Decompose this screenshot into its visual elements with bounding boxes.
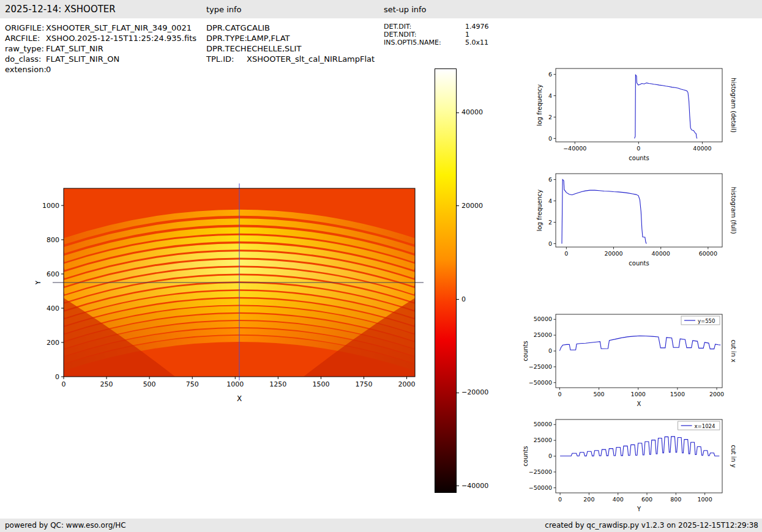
- svg-text:−25000: −25000: [529, 363, 552, 370]
- svg-text:400: 400: [47, 305, 59, 312]
- svg-text:1000: 1000: [226, 380, 244, 388]
- svg-text:20000: 20000: [604, 250, 622, 257]
- svg-text:4: 4: [548, 92, 552, 99]
- type-info-block: DPR.CATG:CALIB DPR.TYPE:LAMP,FLAT DPR.TE…: [206, 23, 375, 64]
- svg-text:50000: 50000: [534, 421, 552, 427]
- svg-text:600: 600: [47, 270, 59, 278]
- svg-text:0: 0: [558, 496, 562, 503]
- file-info-block: ORIGFILE:XSHOOTER_SLT_FLAT_NIR_349_0021 …: [5, 23, 196, 75]
- info-row: ORIGFILE:XSHOOTER_SLT_FLAT_NIR_349_0021: [5, 23, 196, 33]
- cut-in-x-chart: 0500100015002000−50000−2500002500050000X…: [520, 309, 753, 412]
- svg-text:800: 800: [47, 236, 59, 244]
- svg-text:Y: Y: [637, 506, 641, 512]
- colorbar-tick-label: 40000: [461, 108, 483, 117]
- svg-text:counts: counts: [629, 260, 649, 267]
- svg-text:2000: 2000: [398, 380, 416, 388]
- svg-text:0: 0: [637, 145, 640, 152]
- svg-text:X: X: [637, 401, 641, 407]
- svg-text:y=550: y=550: [698, 318, 715, 324]
- svg-text:cut in y: cut in y: [730, 445, 737, 467]
- setup-info-heading: set-up info: [384, 5, 427, 14]
- svg-text:x=1024: x=1024: [695, 423, 715, 429]
- page-title: 2025-12-14: XSHOOTER: [5, 4, 116, 15]
- footer-created-by: created by qc_rawdisp.py v1.2.3 on 2025-…: [545, 521, 758, 530]
- svg-text:−25000: −25000: [529, 468, 552, 475]
- svg-text:1000: 1000: [631, 391, 646, 397]
- svg-text:1500: 1500: [312, 380, 329, 388]
- svg-text:500: 500: [143, 380, 156, 388]
- detector-image-figure: 0250500750100012501500175020000200400600…: [35, 180, 439, 408]
- svg-text:40000: 40000: [652, 250, 670, 257]
- svg-text:0: 0: [548, 135, 552, 142]
- svg-text:−50000: −50000: [529, 379, 552, 386]
- svg-text:500: 500: [593, 391, 604, 397]
- svg-text:40000: 40000: [693, 145, 711, 152]
- svg-text:25000: 25000: [534, 331, 552, 338]
- svg-text:X: X: [237, 394, 242, 403]
- svg-text:6: 6: [548, 71, 552, 78]
- svg-text:50000: 50000: [534, 316, 552, 322]
- svg-text:counts: counts: [629, 155, 649, 161]
- svg-text:200: 200: [47, 339, 59, 347]
- colorbar: 40000200000−20000−40000: [435, 68, 508, 497]
- info-row: extension:0: [5, 64, 196, 75]
- svg-text:800: 800: [670, 496, 681, 503]
- colorbar-tick-label: 20000: [461, 202, 483, 210]
- svg-text:histogram (detail): histogram (detail): [730, 78, 737, 133]
- svg-text:1000: 1000: [698, 496, 712, 503]
- svg-text:0: 0: [558, 391, 561, 397]
- info-row: DET.DIT:1.4976: [384, 23, 489, 31]
- svg-text:400: 400: [613, 496, 624, 503]
- info-row: INS.OPTI5.NAME:5.0x11: [384, 39, 489, 46]
- svg-text:log frequency: log frequency: [536, 84, 543, 127]
- svg-text:1250: 1250: [269, 380, 286, 388]
- footer-bar: powered by QC: www.eso.org/HC created by…: [0, 519, 762, 532]
- svg-text:4: 4: [548, 198, 552, 204]
- svg-text:−40000: −40000: [563, 145, 586, 152]
- info-row: DPR.TECH:ECHELLE,SLIT: [206, 43, 375, 54]
- cut-in-y-chart: 02004006008001000−50000−2500002500050000…: [520, 415, 753, 517]
- header-bar: 2025-12-14: XSHOOTER type info set-up in…: [0, 0, 762, 18]
- info-row: TPL.ID:XSHOOTER_slt_cal_NIRLampFlat: [206, 54, 375, 64]
- svg-text:25000: 25000: [534, 437, 552, 443]
- histogram-detail-chart: −400000400000246countslog frequencyhisto…: [520, 64, 753, 166]
- svg-text:−50000: −50000: [529, 484, 552, 491]
- svg-text:0: 0: [55, 373, 59, 381]
- svg-text:250: 250: [100, 380, 113, 388]
- svg-text:2: 2: [548, 219, 552, 226]
- footer-powered-by: powered by QC: www.eso.org/HC: [5, 521, 126, 530]
- svg-text:1500: 1500: [670, 391, 685, 397]
- svg-text:histogram (full): histogram (full): [730, 187, 737, 234]
- info-row: ARCFILE:XSHOO.2025-12-15T11:25:24.935.fi…: [5, 33, 196, 43]
- svg-text:0: 0: [548, 347, 552, 354]
- svg-text:counts: counts: [522, 446, 529, 466]
- svg-text:2000: 2000: [709, 391, 724, 397]
- colorbar-tick-label: −20000: [461, 388, 488, 397]
- qc-report-page: 2025-12-14: XSHOOTER type info set-up in…: [0, 0, 762, 532]
- info-row: DPR.CATG:CALIB: [206, 23, 375, 33]
- colorbar-tick-label: 0: [461, 295, 466, 304]
- svg-text:60000: 60000: [699, 250, 717, 257]
- colorbar-tick-label: −40000: [461, 482, 488, 490]
- svg-text:2: 2: [548, 114, 552, 120]
- histogram-full-chart: 02000040000600000246countslog frequencyh…: [520, 169, 753, 272]
- svg-text:6: 6: [548, 176, 552, 183]
- svg-text:cut in x: cut in x: [730, 339, 737, 362]
- info-row: do_class:FLAT_SLIT_NIR_ON: [5, 54, 196, 64]
- svg-text:1000: 1000: [42, 202, 59, 210]
- svg-text:Y: Y: [35, 280, 42, 286]
- setup-info-block: DET.DIT:1.4976 DET.NDIT:1 INS.OPTI5.NAME…: [384, 23, 489, 46]
- svg-text:200: 200: [583, 496, 594, 503]
- info-row: DPR.TYPE:LAMP,FLAT: [206, 33, 375, 43]
- svg-text:0: 0: [62, 380, 66, 388]
- svg-text:log frequency: log frequency: [536, 190, 543, 232]
- svg-text:0: 0: [548, 453, 552, 459]
- svg-text:600: 600: [641, 496, 652, 503]
- svg-text:1750: 1750: [355, 380, 372, 388]
- info-row: DET.NDIT:1: [384, 31, 489, 39]
- svg-text:0: 0: [564, 250, 568, 257]
- type-info-heading: type info: [206, 5, 242, 14]
- svg-text:counts: counts: [522, 341, 529, 361]
- svg-text:0: 0: [548, 240, 552, 247]
- svg-text:750: 750: [186, 380, 199, 388]
